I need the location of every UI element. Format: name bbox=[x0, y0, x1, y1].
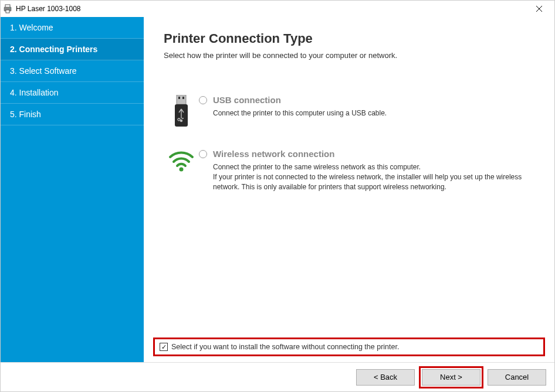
usb-icon bbox=[164, 95, 199, 128]
radio-usb[interactable] bbox=[199, 96, 207, 104]
svg-point-10 bbox=[180, 120, 182, 122]
printer-icon bbox=[3, 4, 12, 13]
content-area: Printer Connection Type Select how the p… bbox=[144, 17, 554, 362]
sidebar-item-installation[interactable]: 4. Installation bbox=[1, 82, 144, 104]
radio-wireless[interactable] bbox=[199, 150, 207, 158]
option-wireless-label[interactable]: Wireless network connection bbox=[213, 149, 334, 159]
next-button[interactable]: Next > bbox=[422, 369, 480, 386]
close-button[interactable] bbox=[526, 1, 552, 17]
radio-wireless-row[interactable]: Wireless network connection bbox=[199, 149, 534, 159]
install-without-connect-highlight: ✓ Select if you want to install the soft… bbox=[153, 338, 545, 356]
svg-rect-8 bbox=[182, 97, 184, 99]
wifi-icon bbox=[164, 149, 199, 172]
install-without-connect-label[interactable]: Select if you want to install the softwa… bbox=[171, 343, 399, 351]
sidebar-item-select-software[interactable]: 3. Select Software bbox=[1, 60, 144, 82]
sidebar-item-finish[interactable]: 5. Finish bbox=[1, 104, 144, 125]
option-usb: USB connection Connect the printer to th… bbox=[164, 95, 534, 128]
back-button[interactable]: < Back bbox=[356, 369, 415, 386]
install-without-connect-checkbox[interactable]: ✓ bbox=[160, 343, 168, 351]
cancel-button[interactable]: Cancel bbox=[488, 369, 546, 386]
radio-usb-row[interactable]: USB connection bbox=[199, 95, 534, 105]
svg-point-11 bbox=[180, 168, 184, 172]
sidebar-item-connecting-printers[interactable]: 2. Connecting Printers bbox=[1, 39, 144, 60]
page-subtitle: Select how the printer will be connected… bbox=[164, 51, 534, 60]
sidebar: 1. Welcome 2. Connecting Printers 3. Sel… bbox=[1, 17, 144, 362]
installer-window: HP Laser 1003-1008 1. Welcome 2. Connect… bbox=[0, 0, 555, 392]
option-usb-label[interactable]: USB connection bbox=[213, 95, 281, 105]
option-wireless: Wireless network connection Connect the … bbox=[164, 149, 534, 192]
svg-point-3 bbox=[9, 8, 11, 9]
body: 1. Welcome 2. Connecting Printers 3. Sel… bbox=[1, 17, 554, 362]
window-title: HP Laser 1003-1008 bbox=[16, 5, 526, 13]
footer: < Back Next > Cancel bbox=[1, 362, 554, 391]
option-usb-desc: Connect the printer to this computer usi… bbox=[213, 108, 534, 118]
svg-rect-6 bbox=[177, 95, 186, 104]
svg-rect-2 bbox=[6, 10, 9, 13]
svg-rect-7 bbox=[178, 97, 180, 99]
titlebar: HP Laser 1003-1008 bbox=[1, 1, 554, 17]
page-title: Printer Connection Type bbox=[164, 31, 534, 46]
option-wireless-desc: Connect the printer to the same wireless… bbox=[213, 162, 534, 192]
sidebar-item-welcome[interactable]: 1. Welcome bbox=[1, 17, 144, 39]
